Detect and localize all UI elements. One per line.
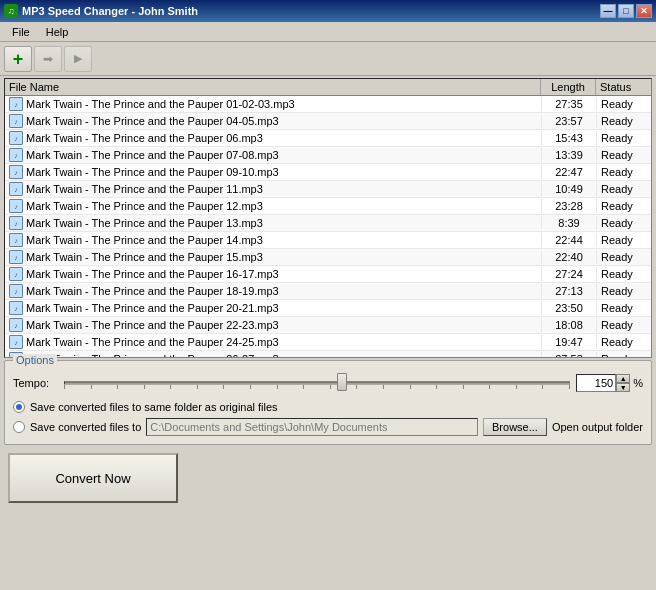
table-row[interactable]: ♪ Mark Twain - The Prince and the Pauper… xyxy=(5,249,651,266)
file-length-cell: 27:53 xyxy=(541,352,596,358)
file-status-cell: Ready xyxy=(596,131,651,145)
table-row[interactable]: ♪ Mark Twain - The Prince and the Pauper… xyxy=(5,334,651,351)
file-name-cell: ♪ Mark Twain - The Prince and the Pauper… xyxy=(5,215,541,231)
file-name-cell: ♪ Mark Twain - The Prince and the Pauper… xyxy=(5,351,541,358)
file-status-cell: Ready xyxy=(596,216,651,230)
tempo-input[interactable] xyxy=(576,374,616,392)
tick-9 xyxy=(277,385,278,389)
file-name-text: Mark Twain - The Prince and the Pauper 1… xyxy=(26,217,263,229)
save-options: Save converted files to same folder as o… xyxy=(13,401,643,436)
tempo-up-button[interactable]: ▲ xyxy=(616,374,630,383)
file-name-cell: ♪ Mark Twain - The Prince and the Pauper… xyxy=(5,130,541,146)
file-type-icon: ♪ xyxy=(9,318,23,332)
add-files-button[interactable]: + xyxy=(4,46,32,72)
file-length-cell: 19:47 xyxy=(541,335,596,349)
file-type-icon: ♪ xyxy=(9,301,23,315)
table-row[interactable]: ♪ Mark Twain - The Prince and the Pauper… xyxy=(5,113,651,130)
convert-now-button[interactable]: Convert Now xyxy=(8,453,178,503)
convert-button-toolbar[interactable]: ▶ xyxy=(64,46,92,72)
tick-5 xyxy=(170,385,171,389)
file-name-text: Mark Twain - The Prince and the Pauper 1… xyxy=(26,285,279,297)
save-same-folder-label: Save converted files to same folder as o… xyxy=(30,401,278,413)
open-output-folder-link[interactable]: Open output folder xyxy=(552,421,643,433)
title-bar: ♫ MP3 Speed Changer - John Smith — □ ✕ xyxy=(0,0,656,22)
file-type-icon: ♪ xyxy=(9,267,23,281)
tick-15 xyxy=(436,385,437,389)
file-length-cell: 13:39 xyxy=(541,148,596,162)
save-custom-folder-radio[interactable] xyxy=(13,421,25,433)
tempo-row: Tempo: xyxy=(13,373,643,393)
table-row[interactable]: ♪ Mark Twain - The Prince and the Pauper… xyxy=(5,300,651,317)
tick-20 xyxy=(569,385,570,389)
file-type-icon: ♪ xyxy=(9,97,23,111)
table-row[interactable]: ♪ Mark Twain - The Prince and the Pauper… xyxy=(5,232,651,249)
tick-1 xyxy=(64,385,65,389)
file-name-cell: ♪ Mark Twain - The Prince and the Pauper… xyxy=(5,300,541,316)
file-type-icon: ♪ xyxy=(9,335,23,349)
maximize-button[interactable]: □ xyxy=(618,4,634,18)
file-type-icon: ♪ xyxy=(9,233,23,247)
close-button[interactable]: ✕ xyxy=(636,4,652,18)
tick-2 xyxy=(91,385,92,389)
save-path-input[interactable] xyxy=(146,418,478,436)
file-type-icon: ♪ xyxy=(9,199,23,213)
minimize-button[interactable]: — xyxy=(600,4,616,18)
menu-file[interactable]: File xyxy=(4,24,38,40)
slider-thumb[interactable] xyxy=(337,373,347,391)
file-status-cell: Ready xyxy=(596,284,651,298)
tick-17 xyxy=(489,385,490,389)
file-status-cell: Ready xyxy=(596,97,651,111)
browse-button[interactable]: Browse... xyxy=(483,418,547,436)
file-length-cell: 23:50 xyxy=(541,301,596,315)
save-option-2-row: Save converted files to Browse... Open o… xyxy=(13,418,643,436)
file-name-text: Mark Twain - The Prince and the Pauper 0… xyxy=(26,166,279,178)
file-type-icon: ♪ xyxy=(9,165,23,179)
options-panel: Options Tempo: xyxy=(4,360,652,445)
file-name-text: Mark Twain - The Prince and the Pauper 1… xyxy=(26,200,263,212)
file-name-text: Mark Twain - The Prince and the Pauper 0… xyxy=(26,132,263,144)
menu-help[interactable]: Help xyxy=(38,24,77,40)
tempo-down-button[interactable]: ▼ xyxy=(616,383,630,392)
file-name-text: Mark Twain - The Prince and the Pauper 2… xyxy=(26,302,279,314)
file-name-text: Mark Twain - The Prince and the Pauper 1… xyxy=(26,234,263,246)
table-row[interactable]: ♪ Mark Twain - The Prince and the Pauper… xyxy=(5,164,651,181)
table-row[interactable]: ♪ Mark Twain - The Prince and the Pauper… xyxy=(5,351,651,358)
table-row[interactable]: ♪ Mark Twain - The Prince and the Pauper… xyxy=(5,317,651,334)
tempo-slider-container[interactable] xyxy=(64,373,570,393)
save-same-folder-radio[interactable] xyxy=(13,401,25,413)
file-length-cell: 8:39 xyxy=(541,216,596,230)
file-status-cell: Ready xyxy=(596,335,651,349)
column-header-length: Length xyxy=(541,79,596,95)
table-row[interactable]: ♪ Mark Twain - The Prince and the Pauper… xyxy=(5,215,651,232)
file-status-cell: Ready xyxy=(596,318,651,332)
file-type-icon: ♪ xyxy=(9,216,23,230)
tick-13 xyxy=(383,385,384,389)
file-name-text: Mark Twain - The Prince and the Pauper 1… xyxy=(26,268,279,280)
file-type-icon: ♪ xyxy=(9,182,23,196)
tick-11 xyxy=(330,385,331,389)
file-status-cell: Ready xyxy=(596,233,651,247)
file-type-icon: ♪ xyxy=(9,114,23,128)
title-buttons: — □ ✕ xyxy=(600,4,652,18)
menu-bar: File Help xyxy=(0,22,656,42)
table-row[interactable]: ♪ Mark Twain - The Prince and the Pauper… xyxy=(5,266,651,283)
app-icon: ♫ xyxy=(4,4,18,18)
file-list-container[interactable]: File Name Length Status ♪ Mark Twain - T… xyxy=(4,78,652,358)
tempo-value-box: ▲ ▼ % xyxy=(576,374,643,392)
table-row[interactable]: ♪ Mark Twain - The Prince and the Pauper… xyxy=(5,283,651,300)
table-row[interactable]: ♪ Mark Twain - The Prince and the Pauper… xyxy=(5,198,651,215)
column-header-status: Status xyxy=(596,79,651,95)
remove-icon: ➡ xyxy=(43,52,53,66)
table-row[interactable]: ♪ Mark Twain - The Prince and the Pauper… xyxy=(5,181,651,198)
file-rows-container: ♪ Mark Twain - The Prince and the Pauper… xyxy=(5,96,651,358)
remove-files-button[interactable]: ➡ xyxy=(34,46,62,72)
table-row[interactable]: ♪ Mark Twain - The Prince and the Pauper… xyxy=(5,147,651,164)
file-name-cell: ♪ Mark Twain - The Prince and the Pauper… xyxy=(5,147,541,163)
file-type-icon: ♪ xyxy=(9,250,23,264)
file-name-cell: ♪ Mark Twain - The Prince and the Pauper… xyxy=(5,164,541,180)
table-row[interactable]: ♪ Mark Twain - The Prince and the Pauper… xyxy=(5,96,651,113)
file-length-cell: 18:08 xyxy=(541,318,596,332)
tick-8 xyxy=(250,385,251,389)
tick-16 xyxy=(463,385,464,389)
table-row[interactable]: ♪ Mark Twain - The Prince and the Pauper… xyxy=(5,130,651,147)
